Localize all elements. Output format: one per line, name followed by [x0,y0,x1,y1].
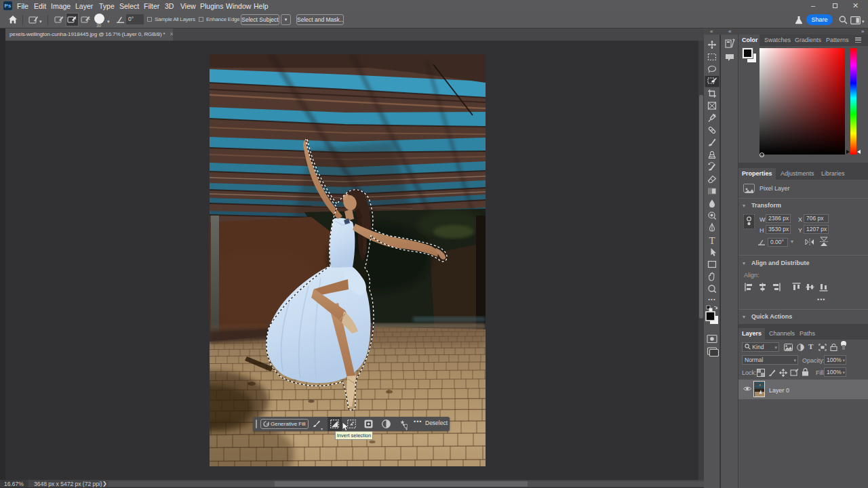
svg-text:•••: ••• [708,296,715,302]
svg-text:T: T [709,235,715,246]
